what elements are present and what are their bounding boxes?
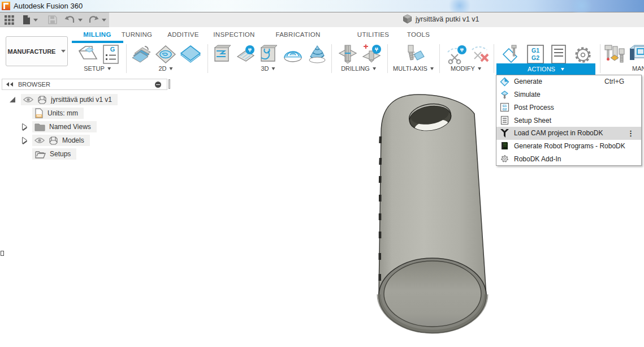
delete-toolpath-icon[interactable]	[471, 44, 490, 67]
group-label-3d[interactable]: 3D	[261, 65, 275, 72]
setup-icon[interactable]	[77, 44, 98, 67]
tree-row-models[interactable]: Models	[23, 135, 90, 146]
setup-sheet-icon	[500, 115, 509, 125]
face-icon[interactable]	[180, 44, 201, 67]
group-separator	[208, 44, 208, 73]
group-label-setup[interactable]: SETUP	[84, 65, 111, 72]
minimize-browser-icon[interactable]	[155, 82, 161, 88]
group-separator	[331, 44, 332, 73]
group-separator	[126, 44, 127, 73]
robodk-gear-icon	[500, 154, 509, 164]
group-label-2d[interactable]: 2D	[158, 65, 172, 72]
3d-adaptive-icon[interactable]	[212, 44, 231, 67]
menu-item-load-cam-robodk[interactable]: Load CAM project in RoboDK ⋮	[496, 127, 641, 140]
file-menu-button[interactable]	[23, 15, 38, 25]
collapsed-triangle-icon[interactable]	[23, 138, 27, 143]
tree-row-units[interactable]: Units: mm	[32, 108, 84, 119]
undo-button[interactable]	[64, 15, 83, 25]
actions-dropdown-menu: Generate Ctrl+G Simulate G1G2 Post Proce…	[496, 75, 642, 166]
3d-spiral-icon[interactable]	[307, 44, 327, 67]
tab-milling[interactable]: MILLING	[83, 31, 111, 38]
3d-parallel-icon[interactable]	[235, 44, 256, 67]
tab-utilities[interactable]: UTILITIES	[357, 31, 389, 38]
tree-row-root[interactable]: jyrsittävä putki v1 v1	[10, 94, 118, 105]
workspace-selector-button[interactable]: MANUFACTURE	[6, 36, 68, 66]
active-tab-underline	[72, 41, 123, 43]
quick-access-toolbar: jyrsittävä putki v1 v1	[0, 12, 644, 27]
workspace-selector-label: MANUFACTURE	[8, 48, 56, 55]
tool-library-icon[interactable]	[604, 44, 626, 68]
model-cube-icon	[403, 14, 412, 24]
dropdown-caret-icon	[33, 19, 38, 22]
units-document-icon	[34, 108, 44, 118]
panel-resize-grip[interactable]	[168, 79, 170, 89]
group-label-manage[interactable]: MANAGE	[632, 65, 644, 72]
tab-turning[interactable]: TURNING	[122, 31, 153, 38]
dropdown-caret-icon	[430, 67, 434, 70]
tree-label-root: jyrsittävä putki v1 v1	[51, 96, 112, 104]
tab-inspection[interactable]: INSPECTION	[213, 31, 254, 38]
group-label-modify[interactable]: MODIFY	[451, 65, 481, 72]
component-cube-icon	[49, 136, 58, 145]
group-label-drilling[interactable]: DRILLING	[341, 65, 376, 72]
machine-library-icon[interactable]	[629, 44, 644, 68]
eye-visible-icon[interactable]	[23, 96, 33, 103]
redo-button[interactable]	[88, 15, 106, 25]
menu-item-simulate[interactable]: Simulate	[496, 88, 641, 101]
save-icon[interactable]	[48, 15, 57, 25]
svg-text:G: G	[110, 46, 115, 53]
document-tab[interactable]: jyrsittävä putki v1 v1	[403, 14, 479, 24]
tab-fabrication[interactable]: FABRICATION	[275, 31, 320, 38]
dropdown-caret-icon	[78, 19, 83, 22]
2d-adaptive-icon[interactable]	[131, 44, 153, 67]
menu-item-options-icon[interactable]: ⋮	[627, 129, 634, 138]
eye-visible-icon[interactable]	[34, 137, 45, 144]
collapse-panel-icon[interactable]	[6, 82, 14, 87]
menu-item-robodk-addin[interactable]: RoboDK Add-In	[496, 152, 641, 165]
apps-grid-icon[interactable]	[5, 15, 14, 25]
tab-additive[interactable]: ADDITIVE	[167, 31, 198, 38]
menu-item-post-process[interactable]: G1G2 Post Process	[496, 101, 641, 114]
svg-text:G1: G1	[531, 47, 539, 54]
dropdown-caret-icon	[561, 68, 564, 71]
3d-pocket-icon[interactable]	[258, 44, 278, 67]
group-label-actions[interactable]: ACTIONS	[496, 63, 595, 75]
tube-open-end[interactable]	[379, 258, 486, 333]
document-tab-strip	[109, 12, 644, 27]
2d-pocket-icon[interactable]	[155, 44, 176, 67]
ribbon-toolbar: MANUFACTURE MILLING TURNING ADDITIVE INS…	[0, 27, 644, 75]
tab-tools[interactable]: TOOLS	[407, 31, 430, 38]
menu-item-generate-robot-programs[interactable]: Generate Robot Programs - RoboDK	[496, 140, 641, 153]
tree-row-named-views[interactable]: Named Views	[23, 121, 97, 132]
group-label-multi-axis[interactable]: MULTI-AXIS	[393, 65, 434, 72]
drill-icon[interactable]	[338, 44, 357, 67]
tree-label-units: Units: mm	[47, 109, 78, 117]
group-separator	[494, 44, 494, 73]
expanded-triangle-icon[interactable]	[10, 97, 15, 102]
robodk-load-icon	[500, 128, 509, 138]
group-separator	[387, 44, 388, 73]
trim-toolpath-icon[interactable]	[447, 44, 468, 67]
menu-item-generate[interactable]: Generate Ctrl+G	[496, 75, 641, 88]
dropdown-caret-icon	[373, 67, 376, 70]
generate-icon	[500, 77, 509, 87]
fusion-360-logo-icon	[2, 2, 10, 10]
dropdown-caret-icon	[102, 19, 106, 22]
robodk-programs-icon	[500, 141, 509, 151]
tree-label-models: Models	[62, 136, 84, 144]
setups-folder-icon	[34, 149, 46, 158]
gcode-document-icon[interactable]: G	[102, 44, 119, 67]
tap-icon[interactable]	[361, 44, 382, 67]
folder-icon	[34, 123, 45, 131]
svg-text:G2: G2	[503, 108, 507, 111]
menu-item-setup-sheet[interactable]: Setup Sheet	[496, 114, 641, 127]
3d-circular-icon[interactable]	[283, 44, 303, 67]
menu-shortcut: Ctrl+G	[604, 78, 624, 85]
swarf-icon[interactable]	[403, 44, 425, 67]
app-title: Autodesk Fusion 360	[14, 2, 83, 10]
browser-panel-header[interactable]: BROWSER	[2, 79, 167, 90]
collapsed-triangle-icon[interactable]	[23, 124, 27, 130]
tree-row-setups[interactable]: Setups	[32, 148, 76, 160]
tree-label-setups: Setups	[50, 150, 71, 158]
window-titlebar: Autodesk Fusion 360	[0, 0, 644, 12]
